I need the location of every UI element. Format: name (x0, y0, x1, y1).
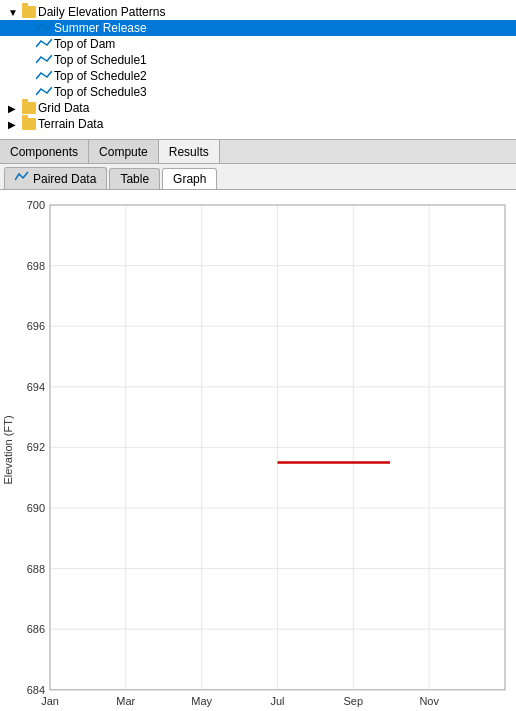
svg-text:686: 686 (27, 623, 45, 635)
tree-label: Top of Schedule2 (54, 69, 147, 83)
tree-item-top-dam[interactable]: Top of Dam (0, 36, 516, 52)
line-series-icon (36, 85, 52, 99)
svg-text:May: May (191, 695, 212, 707)
spacer (22, 71, 36, 82)
tree-label: Grid Data (38, 101, 89, 115)
main-tabs: Components Compute Results (0, 140, 516, 164)
y-axis-label: Elevation (FT) (2, 415, 14, 484)
tree-label: Top of Dam (54, 37, 115, 51)
expand-icon[interactable]: ▼ (8, 7, 22, 18)
line-series-icon (36, 37, 52, 51)
tab-paired-data[interactable]: Paired Data (4, 167, 107, 189)
expand-icon[interactable]: ▶ (8, 103, 22, 114)
tree-panel: ▼ Daily Elevation Patterns Summer Releas… (0, 0, 516, 140)
svg-text:Jul: Jul (270, 695, 284, 707)
tree-label: Top of Schedule3 (54, 85, 147, 99)
tree-item-top-schedule1[interactable]: Top of Schedule1 (0, 52, 516, 68)
svg-text:684: 684 (27, 684, 45, 696)
svg-text:692: 692 (27, 441, 45, 453)
paired-data-icon (15, 171, 29, 186)
tab-graph[interactable]: Graph (162, 168, 217, 189)
svg-text:Nov: Nov (419, 695, 439, 707)
spacer (22, 39, 36, 50)
svg-text:690: 690 (27, 502, 45, 514)
tree-item-top-schedule2[interactable]: Top of Schedule2 (0, 68, 516, 84)
tree-label: Daily Elevation Patterns (38, 5, 165, 19)
spacer (22, 87, 36, 98)
tree-label: Terrain Data (38, 117, 103, 131)
folder-icon (22, 118, 36, 130)
svg-text:Mar: Mar (116, 695, 135, 707)
svg-text:698: 698 (27, 260, 45, 272)
tree-item-summer-release[interactable]: Summer Release (0, 20, 516, 36)
svg-text:Sep: Sep (344, 695, 364, 707)
tab-compute[interactable]: Compute (89, 140, 159, 163)
svg-text:700: 700 (27, 199, 45, 211)
tree-item-grid-data[interactable]: ▶ Grid Data (0, 100, 516, 116)
spacer (22, 23, 36, 34)
line-series-icon (36, 21, 52, 35)
line-series-icon (36, 53, 52, 67)
sub-tabs: Paired Data Table Graph (0, 164, 516, 190)
expand-icon[interactable]: ▶ (8, 119, 22, 130)
svg-text:Jan: Jan (41, 695, 59, 707)
svg-text:694: 694 (27, 381, 45, 393)
graph-svg: Elevation (FT) 700 698 696 694 692 (0, 190, 516, 711)
tab-table[interactable]: Table (109, 168, 160, 189)
folder-icon (22, 102, 36, 114)
svg-text:688: 688 (27, 563, 45, 575)
tree-item-terrain-data[interactable]: ▶ Terrain Data (0, 116, 516, 132)
line-series-icon (36, 69, 52, 83)
tree-label: Top of Schedule1 (54, 53, 147, 67)
tree-item-daily-elevation[interactable]: ▼ Daily Elevation Patterns (0, 4, 516, 20)
tab-results[interactable]: Results (159, 140, 220, 163)
tree-label: Summer Release (54, 21, 147, 35)
spacer (22, 55, 36, 66)
folder-icon (22, 6, 36, 18)
graph-container: Elevation (FT) 700 698 696 694 692 (0, 190, 516, 711)
svg-text:696: 696 (27, 320, 45, 332)
tree-item-top-schedule3[interactable]: Top of Schedule3 (0, 84, 516, 100)
tab-components[interactable]: Components (0, 140, 89, 163)
